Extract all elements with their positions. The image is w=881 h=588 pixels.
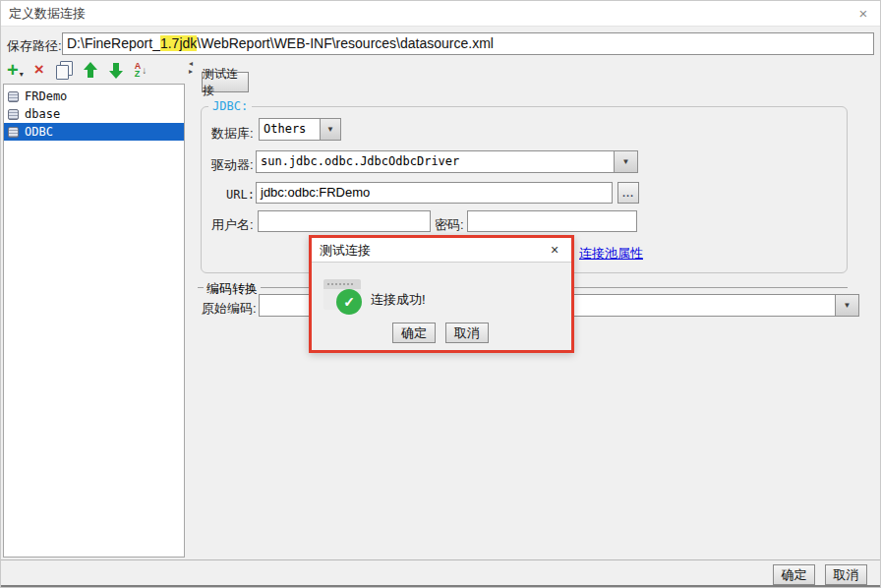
- list-item-label: dbase: [25, 107, 60, 121]
- username-label: 用户名:: [211, 216, 254, 234]
- database-icon: [8, 91, 19, 102]
- connection-pool-link[interactable]: 连接池属性: [579, 245, 643, 263]
- connection-list: FRDemo dbase ODBC: [3, 84, 185, 558]
- sort-arrow-icon: ↓: [142, 65, 147, 76]
- driver-dropdown-icon[interactable]: ▼: [615, 150, 638, 173]
- dialog-titlebar: 测试连接 ×: [312, 238, 571, 263]
- encoding-group-title: 编码转换: [204, 280, 261, 298]
- username-input[interactable]: [258, 210, 431, 232]
- delete-icon: ×: [34, 60, 44, 80]
- dialog-message: 连接成功!: [371, 291, 426, 309]
- list-item-label: FRDemo: [25, 89, 67, 103]
- copy-icon: [55, 61, 73, 79]
- driver-combo[interactable]: sun.jdbc.odbc.JdbcOdbcDriver ▼: [256, 150, 638, 173]
- database-dropdown-icon[interactable]: ▼: [321, 118, 341, 141]
- jdbc-group-title: JDBC:: [208, 99, 252, 113]
- dialog-close-icon[interactable]: ×: [546, 238, 563, 263]
- dialog-cancel-button[interactable]: 取消: [445, 323, 489, 343]
- success-check-icon: ✓: [336, 289, 362, 315]
- bottom-edge: [1, 585, 880, 587]
- delete-connection-button[interactable]: ×: [34, 58, 44, 82]
- driver-value[interactable]: sun.jdbc.odbc.JdbcOdbcDriver: [256, 150, 615, 173]
- panel-splitter[interactable]: ◂ ▸: [187, 60, 195, 76]
- close-icon[interactable]: ×: [852, 1, 874, 27]
- dialog-ok-button[interactable]: 确定: [392, 323, 436, 343]
- original-encoding-label: 原始编码:: [202, 300, 257, 318]
- footer-divider: [1, 559, 881, 560]
- database-icon: [8, 109, 19, 120]
- plus-icon: +: [7, 60, 19, 80]
- move-down-button[interactable]: [109, 58, 124, 82]
- save-path-input[interactable]: D:\FineReport_1.7jdk\WebReport\WEB-INF\r…: [62, 32, 874, 55]
- database-value[interactable]: Others: [259, 118, 321, 141]
- arrow-up-icon: [84, 62, 98, 79]
- database-label: 数据库:: [211, 125, 254, 143]
- list-item[interactable]: FRDemo: [4, 88, 184, 105]
- database-icon: [8, 127, 19, 138]
- splitter-collapse-right-icon[interactable]: ▸: [189, 68, 193, 76]
- database-combo[interactable]: Others ▼: [259, 118, 341, 141]
- list-item[interactable]: dbase: [4, 105, 184, 123]
- encoding-dropdown-icon[interactable]: ▼: [836, 294, 859, 317]
- titlebar: 定义数据连接 ×: [1, 1, 880, 27]
- move-up-button[interactable]: [84, 58, 98, 82]
- url-input[interactable]: jdbc:odbc:FRDemo: [256, 182, 613, 204]
- save-path-label: 保存路径:: [7, 37, 62, 55]
- url-label: URL:: [226, 188, 255, 202]
- password-input[interactable]: [467, 210, 637, 232]
- add-connection-button[interactable]: + ▾: [7, 58, 24, 82]
- dropdown-caret-icon: ▾: [20, 70, 24, 79]
- driver-label: 驱动器:: [211, 156, 254, 174]
- save-path-highlight: 1.7jdk: [160, 35, 197, 51]
- window-title: 定义数据连接: [9, 1, 86, 27]
- sort-az-icon: AZ: [135, 62, 142, 78]
- connection-toolbar: + ▾ × AZ ↓: [7, 57, 147, 83]
- test-connection-dialog: 测试连接 × ✓ 连接成功! 确定 取消: [309, 235, 574, 353]
- dialog-title: 测试连接: [320, 238, 371, 263]
- cancel-button[interactable]: 取消: [825, 564, 867, 585]
- sort-button[interactable]: AZ ↓: [135, 58, 147, 82]
- url-browse-button[interactable]: ...: [617, 182, 639, 204]
- save-path-prefix: D:\FineReport_: [67, 35, 160, 51]
- arrow-down-icon: [109, 62, 124, 79]
- ok-button[interactable]: 确定: [773, 564, 815, 585]
- save-path-suffix: \WebReport\WEB-INF\resources\datasource.…: [197, 35, 494, 51]
- password-label: 密码:: [435, 216, 464, 234]
- define-data-connection-window: 定义数据连接 × 保存路径: D:\FineReport_1.7jdk\WebR…: [0, 0, 881, 588]
- test-connection-button[interactable]: 测试连接: [202, 72, 249, 92]
- list-item-label: ODBC: [25, 125, 53, 139]
- list-item[interactable]: ODBC: [4, 123, 184, 141]
- copy-connection-button[interactable]: [55, 58, 73, 82]
